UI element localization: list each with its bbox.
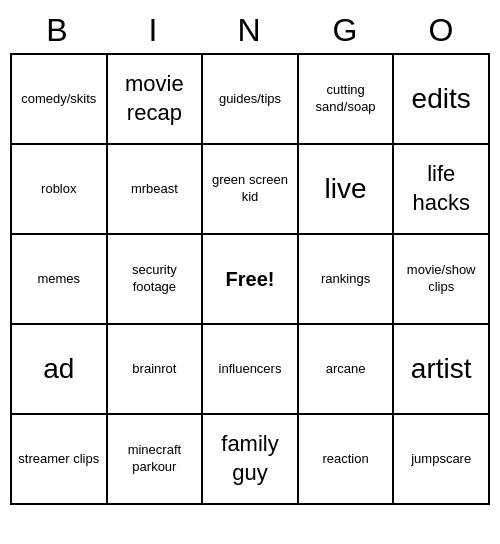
- bingo-cell-2-0: memes: [12, 235, 108, 325]
- bingo-grid: comedy/skitsmovie recapguides/tipscuttin…: [10, 53, 490, 505]
- bingo-cell-3-4: artist: [394, 325, 490, 415]
- bingo-cell-4-0: streamer clips: [12, 415, 108, 505]
- bingo-cell-4-4: jumpscare: [394, 415, 490, 505]
- bingo-cell-0-2: guides/tips: [203, 55, 299, 145]
- bingo-cell-4-3: reaction: [299, 415, 395, 505]
- bingo-cell-1-4: life hacks: [394, 145, 490, 235]
- bingo-cell-3-3: arcane: [299, 325, 395, 415]
- bingo-cell-3-1: brainrot: [108, 325, 204, 415]
- bingo-header-letter: N: [202, 8, 298, 53]
- bingo-cell-1-0: roblox: [12, 145, 108, 235]
- bingo-cell-3-2: influencers: [203, 325, 299, 415]
- bingo-cell-2-4: movie/show clips: [394, 235, 490, 325]
- bingo-header-letter: I: [106, 8, 202, 53]
- bingo-cell-4-2: family guy: [203, 415, 299, 505]
- bingo-header: BINGO: [10, 8, 490, 53]
- bingo-cell-2-3: rankings: [299, 235, 395, 325]
- bingo-header-letter: G: [298, 8, 394, 53]
- bingo-cell-1-1: mrbeast: [108, 145, 204, 235]
- bingo-cell-2-1: security footage: [108, 235, 204, 325]
- bingo-cell-0-4: edits: [394, 55, 490, 145]
- bingo-cell-0-3: cutting sand/soap: [299, 55, 395, 145]
- bingo-cell-0-0: comedy/skits: [12, 55, 108, 145]
- bingo-container: BINGO comedy/skitsmovie recapguides/tips…: [10, 8, 490, 505]
- bingo-cell-2-2: Free!: [203, 235, 299, 325]
- bingo-cell-3-0: ad: [12, 325, 108, 415]
- bingo-cell-4-1: minecraft parkour: [108, 415, 204, 505]
- bingo-cell-1-2: green screen kid: [203, 145, 299, 235]
- bingo-header-letter: O: [394, 8, 490, 53]
- bingo-header-letter: B: [10, 8, 106, 53]
- bingo-cell-1-3: live: [299, 145, 395, 235]
- bingo-cell-0-1: movie recap: [108, 55, 204, 145]
